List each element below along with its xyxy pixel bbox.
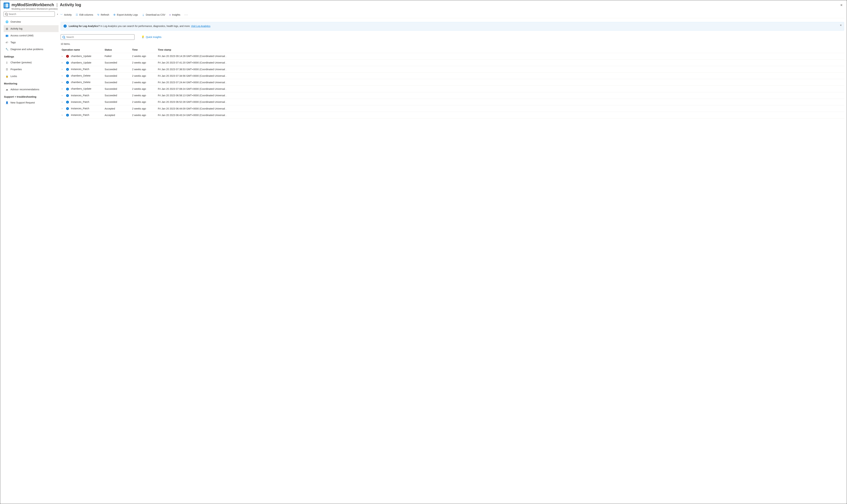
banner-close-button[interactable]: ✕ bbox=[840, 24, 842, 26]
export-button[interactable]: ⚙ Export Activity Logs bbox=[114, 13, 138, 17]
sidebar-item-properties[interactable]: ☲Properties bbox=[4, 66, 58, 73]
insights-button[interactable]: ♦ Insights bbox=[169, 13, 180, 17]
cell-time: 2 weeks ago bbox=[132, 61, 146, 64]
chamber-icon: ▯ bbox=[5, 61, 8, 64]
cell-time: 2 weeks ago bbox=[132, 81, 146, 84]
columns-icon: ☷ bbox=[76, 13, 78, 16]
column-header-timestamp[interactable]: Time stamp bbox=[156, 47, 844, 53]
close-blade-button[interactable]: ✕ bbox=[840, 3, 843, 8]
refresh-button[interactable]: ↻ Refresh bbox=[98, 13, 109, 17]
sidebar-item-label: New Support Request bbox=[11, 101, 35, 104]
cell-status: Succeeded bbox=[105, 61, 117, 64]
resource-type-icon bbox=[4, 3, 10, 8]
search-icon bbox=[5, 13, 7, 15]
expand-row-icon[interactable]: › bbox=[62, 81, 64, 84]
toolbar-overflow-button[interactable]: ··· bbox=[185, 13, 188, 17]
sidebar-item-locks[interactable]: 🔒Locks bbox=[4, 73, 58, 79]
sidebar-group-header: Support + troubleshooting bbox=[4, 93, 58, 99]
cell-operation: instances_Patch bbox=[71, 94, 89, 97]
table-row[interactable]: › i instances_Patch Accepted 2 weeks ago… bbox=[60, 112, 844, 119]
cell-operation: chambers_Delete bbox=[71, 74, 90, 77]
expand-row-icon[interactable]: › bbox=[62, 101, 64, 103]
gear-icon: ⚙ bbox=[114, 13, 116, 16]
expand-row-icon[interactable]: › bbox=[62, 61, 64, 64]
expand-row-icon[interactable]: › bbox=[62, 107, 64, 110]
page-title: myModSimWorkbench | Activity log bbox=[12, 3, 840, 7]
toolbar-label: Activity bbox=[64, 13, 72, 16]
expand-row-icon[interactable]: › bbox=[62, 87, 64, 90]
sidebar-item-activity-log[interactable]: ▥Activity log bbox=[4, 25, 58, 32]
banner-title: Looking for Log Analytics? bbox=[69, 25, 100, 28]
visit-log-analytics-link[interactable]: Visit Log Analytics bbox=[191, 25, 210, 28]
sidebar-item-label: Advisor recommendations bbox=[11, 88, 39, 91]
table-row[interactable]: › ! chambers_Update Failed 2 weeks ago F… bbox=[60, 53, 844, 59]
download-csv-button[interactable]: ⭳ Download as CSV bbox=[142, 13, 166, 17]
sidebar-item-overview[interactable]: 🌐Overview bbox=[4, 18, 58, 25]
sidebar-item-chamber-preview-[interactable]: ▯Chamber (preview) bbox=[4, 59, 58, 66]
table-row[interactable]: › i chambers_Delete Succeeded 2 weeks ag… bbox=[60, 79, 844, 86]
column-header-time[interactable]: Time bbox=[131, 47, 156, 53]
banner-body: In Log Analytics you can search for perf… bbox=[101, 25, 190, 28]
log-icon: ▥ bbox=[5, 27, 8, 30]
table-row[interactable]: › i instances_Patch Succeeded 2 weeks ag… bbox=[60, 92, 844, 99]
info-icon: i bbox=[64, 24, 67, 28]
quick-insights-button[interactable]: 💡 Quick Insights bbox=[141, 36, 161, 38]
table-row[interactable]: › i instances_Patch Accepted 2 weeks ago… bbox=[60, 105, 844, 112]
expand-row-icon[interactable]: › bbox=[62, 94, 64, 97]
cell-time: 2 weeks ago bbox=[132, 88, 146, 90]
log-search[interactable] bbox=[60, 34, 135, 40]
resource-subtitle: Modeling and Simulation Workbench (previ… bbox=[12, 7, 840, 10]
table-row[interactable]: › i chambers_Delete Succeeded 2 weeks ag… bbox=[60, 73, 844, 79]
edit-columns-button[interactable]: ☷ Edit columns bbox=[76, 13, 93, 17]
table-row[interactable]: › i chambers_Update Succeeded 2 weeks ag… bbox=[60, 86, 844, 92]
cell-status: Succeeded bbox=[105, 88, 117, 90]
cell-status: Succeeded bbox=[105, 68, 117, 71]
sidebar-search-input[interactable] bbox=[8, 13, 53, 15]
column-header-status[interactable]: Status bbox=[103, 47, 131, 53]
status-icon: i bbox=[66, 114, 69, 116]
status-icon: i bbox=[66, 68, 69, 71]
download-icon: ⭳ bbox=[142, 13, 144, 16]
refresh-icon: ↻ bbox=[98, 13, 100, 16]
blade-header: myModSimWorkbench | Activity log Modelin… bbox=[0, 0, 847, 12]
advisor-icon: ☁ bbox=[5, 88, 8, 91]
people-icon: 👥 bbox=[5, 34, 8, 37]
table-row[interactable]: › i chambers_Update Succeeded 2 weeks ag… bbox=[60, 59, 844, 66]
sidebar-item-label: Locks bbox=[11, 75, 17, 77]
status-icon: i bbox=[66, 107, 69, 110]
activity-log-table: Operation name Status Time Time stamp › … bbox=[60, 47, 844, 119]
status-icon: i bbox=[66, 101, 69, 104]
cell-operation: chambers_Update bbox=[71, 87, 91, 90]
expand-row-icon[interactable]: › bbox=[62, 113, 64, 116]
cell-time: 2 weeks ago bbox=[132, 74, 146, 77]
status-icon: i bbox=[66, 81, 69, 84]
status-icon: i bbox=[66, 61, 69, 64]
expand-row-icon[interactable]: › bbox=[62, 68, 64, 71]
sidebar-item-label: Diagnose and solve problems bbox=[11, 48, 43, 51]
sidebar-search[interactable] bbox=[4, 12, 55, 17]
sidebar-item-diagnose-and-solve-problems[interactable]: 🔧Diagnose and solve problems bbox=[4, 46, 58, 53]
cell-timestamp: Fri Jan 20 2023 09:14:28 GMT+0000 (Coord… bbox=[158, 55, 226, 57]
banner-text: Looking for Log Analytics? In Log Analyt… bbox=[69, 24, 210, 28]
cell-status: Succeeded bbox=[105, 74, 117, 77]
properties-icon: ☲ bbox=[5, 68, 8, 71]
table-row[interactable]: › i instances_Patch Succeeded 2 weeks ag… bbox=[60, 66, 844, 72]
toolbar-label: Edit columns bbox=[79, 13, 93, 16]
column-header-operation[interactable]: Operation name bbox=[60, 47, 103, 53]
expand-row-icon[interactable]: › bbox=[62, 74, 64, 77]
sidebar-item-new-support-request[interactable]: 👤New Support Request bbox=[4, 99, 58, 106]
items-count: 10 items. bbox=[60, 42, 844, 45]
sidebar-item-tags[interactable]: 🏷Tags bbox=[4, 39, 58, 46]
sidebar-item-access-control-iam-[interactable]: 👥Access control (IAM) bbox=[4, 32, 58, 39]
cell-status: Succeeded bbox=[105, 94, 117, 97]
sidebar-item-label: Tags bbox=[11, 41, 16, 44]
expand-row-icon[interactable]: › bbox=[62, 55, 64, 57]
sidebar-item-label: Overview bbox=[11, 20, 21, 23]
table-row[interactable]: › i instances_Patch Succeeded 2 weeks ag… bbox=[60, 99, 844, 105]
title-separator: | bbox=[55, 3, 59, 7]
sidebar-item-advisor-recommendations[interactable]: ☁Advisor recommendations bbox=[4, 86, 58, 93]
log-search-input[interactable] bbox=[66, 36, 133, 38]
activity-dropdown[interactable]: ﹀ Activity bbox=[60, 13, 72, 17]
cell-time: 2 weeks ago bbox=[132, 55, 146, 57]
sidebar-group-header: Monitoring bbox=[4, 79, 58, 86]
